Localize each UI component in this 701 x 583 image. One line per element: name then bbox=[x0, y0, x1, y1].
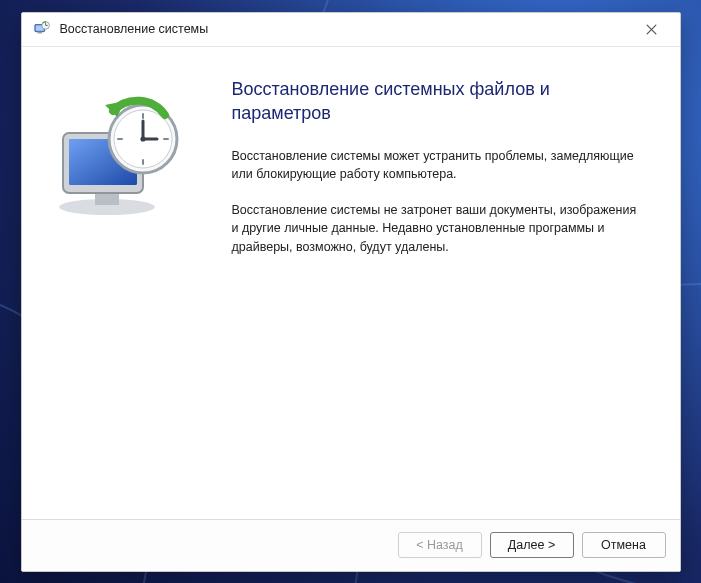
next-button[interactable]: Далее > bbox=[490, 532, 574, 558]
content-pane: Восстановление системных файлов и параме… bbox=[212, 47, 680, 519]
system-restore-dialog: Восстановление системы bbox=[21, 12, 681, 572]
close-button[interactable] bbox=[632, 15, 672, 43]
window-title: Восстановление системы bbox=[60, 22, 632, 36]
system-restore-icon bbox=[32, 19, 52, 39]
page-heading: Восстановление системных файлов и параме… bbox=[232, 77, 650, 126]
titlebar: Восстановление системы bbox=[22, 13, 680, 47]
sidebar-graphic-pane bbox=[22, 47, 212, 519]
svg-rect-2 bbox=[37, 32, 42, 34]
close-icon bbox=[646, 24, 657, 35]
svg-point-17 bbox=[140, 136, 145, 141]
monitor-clock-restore-icon bbox=[47, 87, 187, 227]
cancel-button[interactable]: Отмена bbox=[582, 532, 666, 558]
dialog-body: Восстановление системных файлов и параме… bbox=[22, 47, 680, 519]
back-button[interactable]: < Назад bbox=[398, 532, 482, 558]
intro-paragraph-2: Восстановление системы не затронет ваши … bbox=[232, 201, 642, 255]
intro-paragraph-1: Восстановление системы может устранить п… bbox=[232, 147, 642, 183]
dialog-footer: < Назад Далее > Отмена bbox=[22, 519, 680, 571]
